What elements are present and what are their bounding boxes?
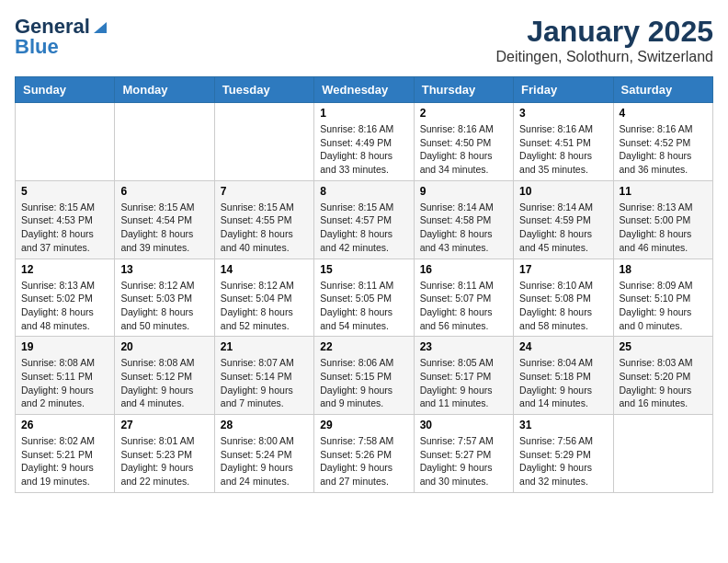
week-row-2: 12Sunrise: 8:13 AM Sunset: 5:02 PM Dayli…: [16, 259, 713, 337]
day-info: Sunrise: 8:13 AM Sunset: 5:00 PM Dayligh…: [620, 201, 707, 255]
weekday-header-tuesday: Tuesday: [214, 77, 313, 103]
day-info: Sunrise: 8:15 AM Sunset: 4:55 PM Dayligh…: [221, 201, 308, 255]
weekday-header-thursday: Thursday: [414, 77, 513, 103]
day-number: 12: [21, 263, 108, 276]
day-info: Sunrise: 8:07 AM Sunset: 5:14 PM Dayligh…: [221, 356, 308, 410]
logo-blue: Blue: [15, 35, 59, 59]
calendar-cell: 23Sunrise: 8:05 AM Sunset: 5:17 PM Dayli…: [414, 337, 513, 415]
day-number: 21: [221, 340, 308, 353]
calendar-cell: 4Sunrise: 8:16 AM Sunset: 4:52 PM Daylig…: [613, 103, 712, 181]
day-info: Sunrise: 8:16 AM Sunset: 4:49 PM Dayligh…: [320, 122, 407, 177]
week-row-4: 26Sunrise: 8:02 AM Sunset: 5:21 PM Dayli…: [16, 415, 713, 493]
day-number: 16: [420, 263, 507, 276]
day-number: 11: [620, 185, 707, 198]
day-number: 9: [420, 185, 507, 198]
calendar-cell: 14Sunrise: 8:12 AM Sunset: 5:04 PM Dayli…: [214, 259, 313, 337]
day-number: 10: [519, 185, 607, 198]
calendar-cell: 1Sunrise: 8:16 AM Sunset: 4:49 PM Daylig…: [314, 103, 414, 181]
day-info: Sunrise: 8:10 AM Sunset: 5:08 PM Dayligh…: [519, 279, 607, 333]
weekday-header-sunday: Sunday: [16, 77, 115, 103]
calendar-cell: 15Sunrise: 8:11 AM Sunset: 5:05 PM Dayli…: [314, 259, 414, 337]
page-header: General Blue January 2025 Deitingen, Sol…: [15, 15, 713, 65]
logo: General Blue: [15, 15, 108, 59]
title-block: January 2025 Deitingen, Solothurn, Switz…: [495, 15, 713, 65]
calendar-cell: [613, 415, 712, 493]
day-info: Sunrise: 8:09 AM Sunset: 5:10 PM Dayligh…: [620, 279, 707, 333]
calendar-cell: [115, 103, 214, 181]
day-info: Sunrise: 7:56 AM Sunset: 5:29 PM Dayligh…: [519, 434, 607, 488]
location-title: Deitingen, Solothurn, Switzerland: [495, 49, 713, 65]
day-info: Sunrise: 8:05 AM Sunset: 5:17 PM Dayligh…: [420, 356, 507, 410]
day-info: Sunrise: 8:08 AM Sunset: 5:11 PM Dayligh…: [21, 356, 108, 410]
day-info: Sunrise: 8:13 AM Sunset: 5:02 PM Dayligh…: [21, 279, 108, 333]
calendar-cell: 28Sunrise: 8:00 AM Sunset: 5:24 PM Dayli…: [214, 415, 313, 493]
day-info: Sunrise: 8:16 AM Sunset: 4:51 PM Dayligh…: [519, 122, 607, 177]
day-info: Sunrise: 8:08 AM Sunset: 5:12 PM Dayligh…: [120, 356, 208, 410]
day-number: 26: [21, 419, 108, 431]
day-number: 5: [21, 185, 108, 198]
day-info: Sunrise: 8:00 AM Sunset: 5:24 PM Dayligh…: [221, 434, 308, 488]
weekday-header-row: SundayMondayTuesdayWednesdayThursdayFrid…: [16, 77, 713, 103]
day-number: 22: [320, 340, 407, 353]
day-number: 8: [320, 185, 407, 198]
logo-icon: [92, 18, 108, 35]
day-info: Sunrise: 8:12 AM Sunset: 5:04 PM Dayligh…: [221, 279, 308, 333]
day-info: Sunrise: 8:16 AM Sunset: 4:52 PM Dayligh…: [620, 122, 707, 177]
day-info: Sunrise: 8:15 AM Sunset: 4:53 PM Dayligh…: [21, 201, 108, 255]
day-number: 7: [221, 185, 308, 198]
calendar-cell: 25Sunrise: 8:03 AM Sunset: 5:20 PM Dayli…: [613, 337, 712, 415]
day-number: 27: [120, 419, 208, 431]
calendar-cell: 27Sunrise: 8:01 AM Sunset: 5:23 PM Dayli…: [115, 415, 214, 493]
day-number: 28: [221, 419, 308, 431]
day-info: Sunrise: 8:12 AM Sunset: 5:03 PM Dayligh…: [120, 279, 208, 333]
weekday-header-friday: Friday: [514, 77, 613, 103]
calendar-cell: [16, 103, 115, 181]
day-info: Sunrise: 8:15 AM Sunset: 4:54 PM Dayligh…: [120, 201, 208, 255]
calendar-cell: 16Sunrise: 8:11 AM Sunset: 5:07 PM Dayli…: [414, 259, 513, 337]
day-number: 23: [420, 340, 507, 353]
day-number: 1: [320, 107, 407, 120]
calendar-cell: 18Sunrise: 8:09 AM Sunset: 5:10 PM Dayli…: [613, 259, 712, 337]
calendar-cell: 3Sunrise: 8:16 AM Sunset: 4:51 PM Daylig…: [514, 103, 613, 181]
calendar-cell: 24Sunrise: 8:04 AM Sunset: 5:18 PM Dayli…: [514, 337, 613, 415]
day-info: Sunrise: 8:15 AM Sunset: 4:57 PM Dayligh…: [320, 201, 407, 255]
day-number: 25: [620, 340, 707, 353]
day-number: 17: [519, 263, 607, 276]
day-number: 18: [620, 263, 707, 276]
calendar-cell: 29Sunrise: 7:58 AM Sunset: 5:26 PM Dayli…: [314, 415, 414, 493]
calendar-cell: 9Sunrise: 8:14 AM Sunset: 4:58 PM Daylig…: [414, 180, 513, 259]
calendar-cell: 30Sunrise: 7:57 AM Sunset: 5:27 PM Dayli…: [414, 415, 513, 493]
weekday-header-saturday: Saturday: [613, 77, 712, 103]
calendar-cell: 21Sunrise: 8:07 AM Sunset: 5:14 PM Dayli…: [214, 337, 313, 415]
calendar-cell: 7Sunrise: 8:15 AM Sunset: 4:55 PM Daylig…: [214, 180, 313, 259]
day-number: 29: [320, 419, 407, 431]
day-number: 19: [21, 340, 108, 353]
calendar-cell: 13Sunrise: 8:12 AM Sunset: 5:03 PM Dayli…: [115, 259, 214, 337]
calendar-cell: 26Sunrise: 8:02 AM Sunset: 5:21 PM Dayli…: [16, 415, 115, 493]
calendar-cell: 8Sunrise: 8:15 AM Sunset: 4:57 PM Daylig…: [314, 180, 414, 259]
day-number: 4: [620, 107, 707, 120]
calendar-cell: 6Sunrise: 8:15 AM Sunset: 4:54 PM Daylig…: [115, 180, 214, 259]
week-row-3: 19Sunrise: 8:08 AM Sunset: 5:11 PM Dayli…: [16, 337, 713, 415]
day-info: Sunrise: 8:14 AM Sunset: 4:59 PM Dayligh…: [519, 201, 607, 255]
day-info: Sunrise: 8:02 AM Sunset: 5:21 PM Dayligh…: [21, 434, 108, 488]
week-row-1: 5Sunrise: 8:15 AM Sunset: 4:53 PM Daylig…: [16, 180, 713, 259]
svg-marker-0: [94, 22, 107, 33]
day-info: Sunrise: 8:01 AM Sunset: 5:23 PM Dayligh…: [120, 434, 208, 488]
week-row-0: 1Sunrise: 8:16 AM Sunset: 4:49 PM Daylig…: [16, 103, 713, 181]
day-number: 2: [420, 107, 507, 120]
calendar-cell: 12Sunrise: 8:13 AM Sunset: 5:02 PM Dayli…: [16, 259, 115, 337]
day-number: 31: [519, 419, 607, 431]
month-title: January 2025: [495, 15, 713, 49]
day-number: 15: [320, 263, 407, 276]
calendar-cell: 17Sunrise: 8:10 AM Sunset: 5:08 PM Dayli…: [514, 259, 613, 337]
day-number: 30: [420, 419, 507, 431]
day-info: Sunrise: 8:11 AM Sunset: 5:07 PM Dayligh…: [420, 279, 507, 333]
day-info: Sunrise: 8:04 AM Sunset: 5:18 PM Dayligh…: [519, 356, 607, 410]
weekday-header-monday: Monday: [115, 77, 214, 103]
calendar-cell: 19Sunrise: 8:08 AM Sunset: 5:11 PM Dayli…: [16, 337, 115, 415]
day-number: 6: [120, 185, 208, 198]
calendar-table: SundayMondayTuesdayWednesdayThursdayFrid…: [15, 76, 713, 493]
calendar-cell: 2Sunrise: 8:16 AM Sunset: 4:50 PM Daylig…: [414, 103, 513, 181]
calendar-cell: 20Sunrise: 8:08 AM Sunset: 5:12 PM Dayli…: [115, 337, 214, 415]
